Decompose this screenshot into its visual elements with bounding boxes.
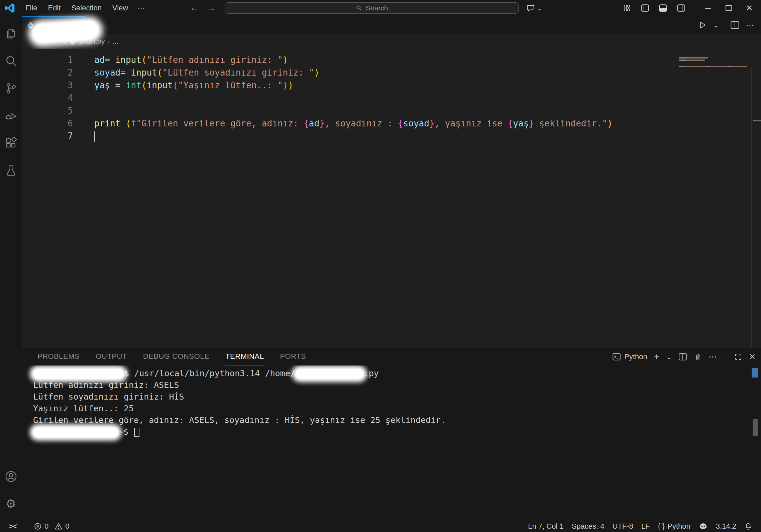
copilot-chat-button[interactable]: ⌄ <box>527 4 542 12</box>
toggle-panel-icon[interactable] <box>656 2 670 14</box>
panel-header: PROBLEMS OUTPUT DEBUG CONSOLE TERMINAL P… <box>22 348 761 365</box>
code-token: "Girilen verilere göre, adınız: <box>136 118 304 128</box>
terminal-line: Lütfen adınızı giriniz: ASELS <box>33 379 761 391</box>
menu-view[interactable]: View <box>107 2 133 14</box>
run-file-button[interactable] <box>698 20 707 30</box>
code-line[interactable]: 3yaş = int(input("Yaşınız lütfen..: ")) <box>22 79 761 92</box>
window-maximize-icon[interactable] <box>722 2 736 14</box>
terminal-launch-dropdown-icon[interactable]: ⌄ <box>666 353 672 361</box>
editor-more-actions-icon[interactable]: ⋯ <box>746 20 755 30</box>
split-editor-icon[interactable] <box>730 21 740 29</box>
close-panel-icon[interactable]: ✕ <box>749 352 756 361</box>
code-token: ) <box>288 80 293 90</box>
run-dropdown-icon[interactable]: ⌄ <box>713 21 719 29</box>
run-and-debug-icon[interactable] <box>3 108 19 124</box>
breadcrumb[interactable]: › piton.py › ... <box>22 34 761 49</box>
code-line[interactable]: 6print (f"Girilen verilere göre, adınız:… <box>22 117 761 130</box>
code-token: } <box>529 118 534 128</box>
panel-actions: Python + ⌄ <box>612 351 756 362</box>
editor-tab-bar: piton.py ✕ ⌄ ⋯ <box>22 16 761 34</box>
code-line[interactable]: 4 <box>22 92 761 104</box>
account-icon[interactable] <box>3 468 19 485</box>
title-bar: File Edit Selection View ⋯ ← → Search ⌄ <box>0 0 761 16</box>
notifications-bell-icon[interactable] <box>740 522 756 530</box>
toggle-secondary-sidebar-icon[interactable] <box>674 2 688 14</box>
menu-more-icon[interactable]: ⋯ <box>133 2 149 14</box>
terminal-text: $ /usr/local/bin/python3.14 /home/ <box>124 368 295 378</box>
terminal[interactable]: $ /usr/local/bin/python3.14 /home/.pyLüt… <box>22 365 761 520</box>
extensions-icon[interactable] <box>3 135 19 151</box>
code-token: ( <box>173 80 178 90</box>
code-token: input <box>131 68 157 78</box>
terminal-profile[interactable]: Python <box>612 352 647 361</box>
window-minimize-icon[interactable]: ─ <box>701 2 715 14</box>
cursor-position-status[interactable]: Ln 7, Col 1 <box>524 522 567 531</box>
settings-gear-icon[interactable]: ⚙ <box>3 496 19 512</box>
menu-selection[interactable]: Selection <box>66 2 107 14</box>
code-editor[interactable]: 1ad= input("Lütfen adınızı giriniz: ")2s… <box>22 49 761 348</box>
code-line[interactable]: 7 <box>22 130 761 142</box>
nav-back-icon[interactable]: ← <box>190 3 198 13</box>
explorer-icon[interactable] <box>3 25 19 41</box>
search-input[interactable]: Search <box>225 2 519 14</box>
code-line[interactable]: 5 <box>22 104 761 117</box>
panel-tab-debug-console[interactable]: DEBUG CONSOLE <box>142 348 210 365</box>
split-terminal-icon[interactable] <box>678 353 687 361</box>
code-token: } <box>429 118 435 128</box>
status-bar: >< 0 0 Ln 7, Col 1 Spaces: 4 UTF-8 LF { … <box>0 520 761 532</box>
code-token: ( <box>141 80 147 90</box>
language-status[interactable]: { } Python <box>654 522 694 531</box>
customize-layout-icon[interactable] <box>620 2 634 14</box>
line-number: 6 <box>22 117 73 130</box>
indentation-status[interactable]: Spaces: 4 <box>568 522 609 531</box>
menu-file[interactable]: File <box>20 2 42 14</box>
search-sidebar-icon[interactable] <box>3 53 19 69</box>
minimap-border <box>751 67 752 348</box>
menu-edit[interactable]: Edit <box>42 2 66 14</box>
terminal-text: Girilen verilere göre, adınız: ASELS, so… <box>33 415 446 425</box>
terminal-scrollbar-border <box>752 365 752 520</box>
code-token: "Yaşınız lütfen..: " <box>178 80 283 90</box>
panel-tab-problems[interactable]: PROBLEMS <box>37 348 80 365</box>
code-token: input <box>115 55 141 65</box>
redaction-blob <box>295 369 364 379</box>
terminal-scrollbar-thumb[interactable] <box>753 419 758 436</box>
code-text: ad= input("Lütfen adınızı giriniz: ") <box>73 54 288 66</box>
minimap[interactable] <box>679 55 749 68</box>
kill-terminal-icon[interactable] <box>694 352 702 361</box>
toggle-primary-sidebar-icon[interactable] <box>638 2 652 14</box>
code-token: { <box>508 118 513 128</box>
overview-ruler-cursor-mark <box>753 120 761 121</box>
source-control-icon[interactable] <box>3 80 19 96</box>
code-lines: 1ad= input("Lütfen adınızı giriniz: ")2s… <box>22 49 761 142</box>
maximize-panel-icon[interactable] <box>734 353 742 361</box>
code-token: ) <box>283 55 288 65</box>
code-token: yaş <box>94 80 110 90</box>
panel-more-actions-icon[interactable]: ⋯ <box>709 352 718 362</box>
problems-status[interactable]: 0 0 <box>30 522 74 531</box>
language-label: Python <box>667 522 690 531</box>
panel-tab-ports[interactable]: PORTS <box>279 348 307 365</box>
code-line[interactable]: 2soyad= input("Lütfen soyadınızı giriniz… <box>22 66 761 79</box>
panel-tab-terminal[interactable]: TERMINAL <box>225 348 264 365</box>
nav-forward-icon[interactable]: → <box>207 3 216 13</box>
python-file-icon <box>27 22 34 29</box>
encoding-status[interactable]: UTF-8 <box>609 522 637 531</box>
code-token: int <box>126 80 141 90</box>
code-line[interactable]: 1ad= input("Lütfen adınızı giriniz: ") <box>22 54 761 66</box>
terminal-text: ~ <box>118 427 123 437</box>
testing-icon[interactable] <box>3 163 19 179</box>
breadcrumb-symbol-more[interactable]: ... <box>112 37 118 46</box>
copilot-status-icon[interactable] <box>694 522 712 531</box>
python-version-status[interactable]: 3.14.2 <box>712 522 740 531</box>
code-token: ( <box>157 68 162 78</box>
line-number: 1 <box>22 54 73 66</box>
window-close-icon[interactable]: ✕ <box>742 2 756 14</box>
eol-status[interactable]: LF <box>637 522 654 531</box>
code-token: ) <box>607 118 613 128</box>
remote-indicator[interactable]: >< <box>5 522 20 531</box>
new-terminal-icon[interactable]: + <box>654 351 659 362</box>
error-count: 0 <box>44 522 48 531</box>
code-text <box>73 130 95 142</box>
panel-tab-output[interactable]: OUTPUT <box>95 348 127 365</box>
